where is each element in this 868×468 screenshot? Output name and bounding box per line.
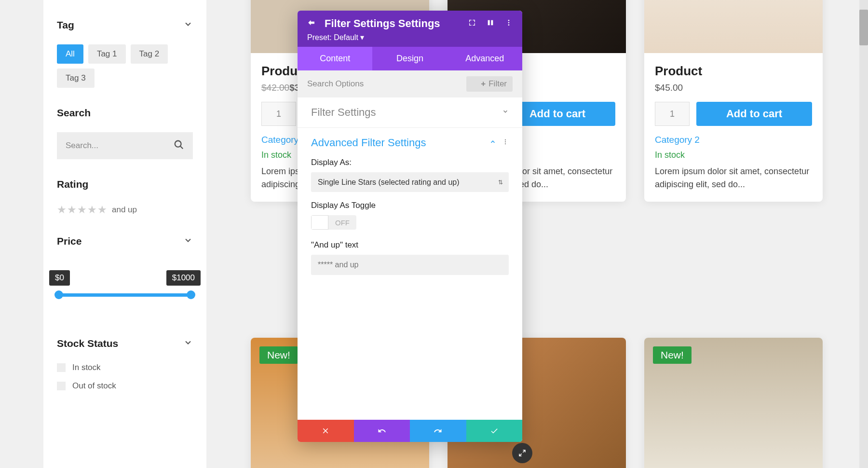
- tag-chip-3[interactable]: Tag 3: [57, 69, 95, 88]
- tag-chip-1[interactable]: Tag 1: [88, 44, 126, 64]
- search-section: Search: [57, 107, 193, 159]
- stock-header[interactable]: Stock Status: [57, 338, 193, 349]
- filter-button[interactable]: + Filter: [466, 76, 513, 92]
- tab-content[interactable]: Content: [298, 47, 372, 70]
- product-card[interactable]: New!: [644, 338, 823, 468]
- quantity-input[interactable]: [261, 102, 296, 126]
- search-icon[interactable]: [174, 139, 184, 152]
- filter-sidebar: Tag All Tag 1 Tag 2 Tag 3 Search Rating …: [43, 0, 206, 468]
- confirm-button[interactable]: [466, 420, 523, 442]
- star-icon: ★: [57, 204, 67, 216]
- stock-title: Stock Status: [57, 338, 118, 349]
- toggle-switch[interactable]: OFF: [311, 215, 356, 230]
- svg-point-2: [508, 20, 510, 21]
- filter-settings-modal: Filter Settings Settings Preset: Default…: [298, 11, 522, 442]
- price-min-badge: $0: [49, 270, 70, 286]
- rating-filter-row[interactable]: ★ ★ ★ ★ ★ and up: [57, 204, 193, 216]
- quantity-input[interactable]: [655, 102, 690, 126]
- product-category[interactable]: Category 2: [655, 135, 812, 145]
- modal-search-bar: Search Options + Filter: [298, 70, 522, 97]
- slider-handle-min[interactable]: [54, 290, 63, 299]
- stock-label: Out of stock: [72, 381, 116, 391]
- chevron-down-icon: [183, 19, 193, 31]
- price-old: $42.00: [261, 83, 289, 93]
- slider-track: [57, 293, 193, 297]
- tab-design[interactable]: Design: [372, 47, 447, 70]
- stock-label: In stock: [72, 363, 101, 372]
- product-title: Product: [655, 64, 812, 79]
- svg-point-7: [505, 143, 506, 144]
- tab-advanced[interactable]: Advanced: [448, 47, 522, 70]
- add-to-cart-button[interactable]: Add to cart: [696, 102, 812, 126]
- slider-handle-max[interactable]: [187, 290, 195, 299]
- price-range-slider[interactable]: $0 $1000: [57, 270, 193, 299]
- scrollbar-thumb[interactable]: [859, 10, 868, 45]
- more-vertical-icon[interactable]: [505, 19, 513, 28]
- star-icon: ★: [77, 204, 87, 216]
- cancel-button[interactable]: [298, 420, 354, 442]
- star-icon: ★: [97, 204, 107, 216]
- redo-button[interactable]: [410, 420, 466, 442]
- field-label: Display As Toggle: [311, 201, 509, 210]
- stock-section: Stock Status In stock Out of stock: [57, 338, 193, 391]
- stock-option-instock[interactable]: In stock: [57, 363, 193, 372]
- chevron-down-icon: [502, 108, 509, 117]
- tag-title: Tag: [57, 19, 74, 31]
- tag-chip-2[interactable]: Tag 2: [131, 44, 168, 64]
- modal-header: Filter Settings Settings Preset: Default…: [298, 11, 522, 47]
- search-title: Search: [57, 107, 193, 119]
- field-label: "And up" text: [311, 240, 509, 250]
- filter-button-label: Filter: [488, 79, 507, 89]
- checkbox[interactable]: [57, 363, 66, 372]
- price-max-badge: $1000: [166, 270, 201, 286]
- back-icon[interactable]: [307, 18, 316, 29]
- svg-point-4: [508, 24, 510, 26]
- undo-button[interactable]: [354, 420, 410, 442]
- price-header[interactable]: Price: [57, 235, 193, 247]
- svg-point-3: [508, 22, 510, 24]
- display-as-field: Display As: Single Line Stars (selected …: [311, 158, 509, 192]
- svg-point-0: [175, 141, 181, 147]
- svg-point-5: [505, 139, 506, 140]
- price-section: Price $0 $1000: [57, 235, 193, 299]
- modal-footer: [298, 420, 522, 442]
- svg-point-6: [505, 141, 506, 142]
- star-icon: ★: [87, 204, 97, 216]
- rating-title: Rating: [57, 179, 193, 190]
- field-label: Display As:: [311, 158, 509, 167]
- search-options-placeholder[interactable]: Search Options: [307, 79, 466, 89]
- product-stock: In stock: [655, 150, 812, 160]
- product-image: New!: [644, 338, 823, 468]
- star-icon: ★: [67, 204, 77, 216]
- stock-option-outofstock[interactable]: Out of stock: [57, 381, 193, 391]
- andup-text-input[interactable]: [311, 255, 509, 275]
- columns-icon[interactable]: [487, 19, 494, 28]
- svg-line-1: [180, 146, 183, 149]
- advanced-filter-section[interactable]: Advanced Filter Settings: [298, 128, 522, 149]
- modal-title: Filter Settings Settings: [325, 17, 460, 30]
- page-scrollbar[interactable]: [859, 0, 868, 468]
- expand-fab[interactable]: [512, 443, 532, 463]
- section-title: Filter Settings: [311, 106, 376, 119]
- toggle-knob: [311, 215, 328, 230]
- more-vertical-icon[interactable]: [502, 138, 509, 147]
- chevron-up-icon[interactable]: [489, 138, 496, 147]
- tag-header[interactable]: Tag: [57, 19, 193, 31]
- display-as-select[interactable]: Single Line Stars (selected rating and u…: [311, 172, 509, 192]
- tag-section: Tag All Tag 1 Tag 2 Tag 3: [57, 19, 193, 88]
- product-card[interactable]: Product $45.00 Add to cart Category 2 In…: [644, 0, 823, 202]
- checkbox[interactable]: [57, 382, 66, 390]
- chevron-down-icon: [183, 235, 193, 247]
- tag-chip-all[interactable]: All: [57, 44, 83, 64]
- modal-tabs: Content Design Advanced: [298, 47, 522, 70]
- rating-section: Rating ★ ★ ★ ★ ★ and up: [57, 179, 193, 216]
- modal-body: Display As: Single Line Stars (selected …: [298, 158, 522, 285]
- search-box[interactable]: [57, 132, 193, 159]
- preset-selector[interactable]: Preset: Default ▾: [307, 33, 513, 42]
- product-description: Lorem ipsum dolor sit amet, consectetur …: [655, 165, 812, 191]
- search-input[interactable]: [66, 141, 174, 151]
- toggle-state: OFF: [328, 219, 356, 227]
- expand-icon[interactable]: [468, 19, 476, 28]
- andup-text-field: "And up" text: [311, 240, 509, 275]
- filter-settings-section[interactable]: Filter Settings: [298, 97, 522, 128]
